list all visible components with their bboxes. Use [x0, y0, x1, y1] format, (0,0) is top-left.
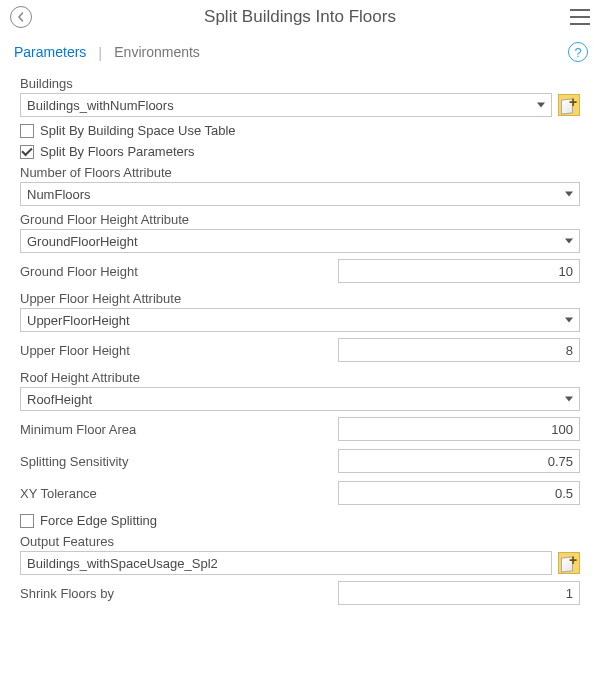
xy-tolerance-label: XY Tolerance [20, 486, 330, 501]
split-by-floors-checkbox[interactable] [20, 145, 34, 159]
upper-height-label: Upper Floor Height [20, 343, 330, 358]
split-by-space-use-label: Split By Building Space Use Table [40, 123, 236, 138]
plus-icon: + [569, 552, 577, 568]
tab-environments[interactable]: Environments [112, 42, 202, 62]
num-floors-attr-select[interactable]: NumFloors [20, 182, 580, 206]
arrow-left-icon [16, 12, 26, 22]
force-edge-checkbox[interactable] [20, 514, 34, 528]
output-features-input[interactable] [20, 551, 552, 575]
xy-tolerance-input[interactable] [338, 481, 580, 505]
chevron-down-icon [565, 192, 573, 197]
upper-height-attr-value: UpperFloorHeight [27, 313, 130, 328]
roof-height-attr-value: RoofHeight [27, 392, 92, 407]
plus-icon: + [569, 94, 577, 110]
shrink-by-label: Shrink Floors by [20, 586, 330, 601]
ground-height-attr-label: Ground Floor Height Attribute [20, 208, 580, 229]
tab-parameters[interactable]: Parameters [12, 42, 88, 62]
shrink-by-input[interactable] [338, 581, 580, 605]
upper-height-input[interactable] [338, 338, 580, 362]
split-sensitivity-input[interactable] [338, 449, 580, 473]
browse-output-button[interactable]: + [558, 552, 580, 574]
chevron-down-icon [565, 239, 573, 244]
chevron-down-icon [565, 318, 573, 323]
split-sensitivity-label: Splitting Sensitivity [20, 454, 330, 469]
menu-button[interactable] [570, 9, 590, 25]
output-features-label: Output Features [20, 530, 580, 551]
help-icon: ? [574, 45, 581, 60]
parameters-form: Buildings Buildings_withNumFloors + Spli… [0, 68, 600, 619]
num-floors-attr-label: Number of Floors Attribute [20, 161, 580, 182]
tab-separator: | [98, 44, 102, 61]
back-button[interactable] [10, 6, 32, 28]
split-by-space-use-checkbox[interactable] [20, 124, 34, 138]
split-by-floors-label: Split By Floors Parameters [40, 144, 195, 159]
roof-height-attr-label: Roof Height Attribute [20, 366, 580, 387]
upper-height-attr-label: Upper Floor Height Attribute [20, 287, 580, 308]
page-title: Split Buildings Into Floors [0, 7, 600, 27]
buildings-select[interactable]: Buildings_withNumFloors [20, 93, 552, 117]
upper-height-attr-select[interactable]: UpperFloorHeight [20, 308, 580, 332]
chevron-down-icon [565, 397, 573, 402]
menu-icon [570, 9, 590, 11]
roof-height-attr-select[interactable]: RoofHeight [20, 387, 580, 411]
buildings-label: Buildings [20, 72, 580, 93]
num-floors-attr-value: NumFloors [27, 187, 91, 202]
ground-height-input[interactable] [338, 259, 580, 283]
ground-height-attr-value: GroundFloorHeight [27, 234, 138, 249]
help-button[interactable]: ? [568, 42, 588, 62]
buildings-value: Buildings_withNumFloors [27, 98, 174, 113]
ground-height-label: Ground Floor Height [20, 264, 330, 279]
ground-height-attr-select[interactable]: GroundFloorHeight [20, 229, 580, 253]
chevron-down-icon [537, 103, 545, 108]
min-floor-area-input[interactable] [338, 417, 580, 441]
min-floor-area-label: Minimum Floor Area [20, 422, 330, 437]
force-edge-label: Force Edge Splitting [40, 513, 157, 528]
add-layer-button[interactable]: + [558, 94, 580, 116]
